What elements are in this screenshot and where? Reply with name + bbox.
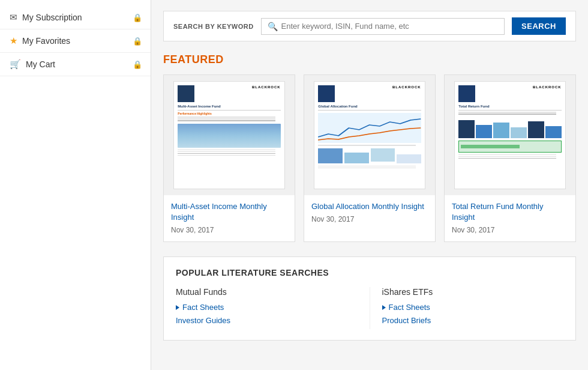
card-info-2: Total Return Fund Monthly Insight Nov 30… (445, 195, 575, 241)
ishares-title: iShares ETFs (382, 287, 564, 297)
search-icon: 🔍 (268, 22, 278, 31)
sidebar-favorites-label: My Favorites (22, 36, 70, 46)
favorites-lock-icon: 🔒 (133, 37, 142, 46)
featured-title: FEATURED (163, 53, 576, 66)
sidebar-subscription-label: My Subscription (22, 13, 82, 22)
sidebar-item-favorites[interactable]: ★ My Favorites 🔒 (0, 29, 151, 53)
featured-section: FEATURED BLACKROCK Multi-Asset Income Fu… (163, 53, 576, 242)
featured-card-0[interactable]: BLACKROCK Multi-Asset Income Fund Perfor… (163, 74, 295, 242)
cart-lock-icon: 🔒 (133, 60, 142, 69)
card-date-2: Nov 30, 2017 (452, 226, 568, 234)
search-input-wrapper: 🔍 (261, 18, 505, 35)
ishares-product-briefs-link[interactable]: Product Briefs (382, 316, 564, 325)
popular-title: POPULAR LITERATURE SEARCHES (176, 268, 563, 278)
arrow-icon-2 (382, 305, 386, 310)
featured-card-2[interactable]: BLACKROCK Total Return Fund (444, 74, 576, 242)
card-title-1: Global Allocation Monthly Insight (311, 201, 428, 212)
search-label: SEARCH BY KEYWORD (173, 23, 254, 30)
sidebar: ✉ My Subscription 🔒 ★ My Favorites 🔒 🛒 M… (0, 0, 151, 370)
sidebar-item-subscription[interactable]: ✉ My Subscription 🔒 (0, 6, 151, 29)
ishares-fact-sheets-link[interactable]: Fact Sheets (382, 303, 564, 312)
sidebar-cart-label: My Cart (26, 59, 55, 69)
popular-col-ishares: iShares ETFs Fact Sheets Product Briefs (370, 287, 564, 329)
mutual-funds-fact-sheets-label: Fact Sheets (182, 303, 224, 312)
mutual-funds-title: Mutual Funds (176, 287, 358, 297)
card-date-1: Nov 30, 2017 (311, 215, 428, 223)
search-input[interactable] (281, 22, 499, 31)
featured-card-1[interactable]: BLACKROCK Global Allocation Fund (304, 74, 436, 242)
mutual-funds-investor-guides-link[interactable]: Investor Guides (176, 316, 358, 325)
ishares-fact-sheets-label: Fact Sheets (389, 303, 430, 312)
card-info-1: Global Allocation Monthly Insight Nov 30… (304, 195, 435, 231)
subscription-lock-icon: 🔒 (133, 13, 142, 22)
popular-section: POPULAR LITERATURE SEARCHES Mutual Funds… (163, 256, 576, 341)
favorites-icon: ★ (10, 35, 17, 46)
popular-col-mutual-funds: Mutual Funds Fact Sheets Investor Guides (176, 287, 370, 329)
cart-icon: 🛒 (10, 59, 21, 70)
popular-grid: Mutual Funds Fact Sheets Investor Guides… (176, 287, 563, 329)
card-thumb-0: BLACKROCK Multi-Asset Income Fund Perfor… (164, 75, 295, 195)
main-content: SEARCH BY KEYWORD 🔍 SEARCH FEATURED BLAC… (151, 0, 588, 370)
card-title-2: Total Return Fund Monthly Insight (452, 201, 568, 223)
sidebar-item-cart[interactable]: 🛒 My Cart 🔒 (0, 53, 151, 76)
featured-cards-row: BLACKROCK Multi-Asset Income Fund Perfor… (163, 74, 576, 242)
card-info-0: Multi-Asset Income Monthly Insight Nov 3… (164, 195, 295, 241)
card-thumb-2: BLACKROCK Total Return Fund (445, 75, 575, 195)
card-date-0: Nov 30, 2017 (171, 226, 287, 234)
card-thumb-1: BLACKROCK Global Allocation Fund (304, 75, 435, 195)
mutual-funds-fact-sheets-link[interactable]: Fact Sheets (176, 303, 358, 312)
search-bar: SEARCH BY KEYWORD 🔍 SEARCH (163, 11, 576, 41)
search-button[interactable]: SEARCH (512, 17, 566, 35)
arrow-icon (176, 305, 179, 310)
card-title-0: Multi-Asset Income Monthly Insight (171, 201, 287, 223)
subscription-icon: ✉ (10, 12, 17, 23)
